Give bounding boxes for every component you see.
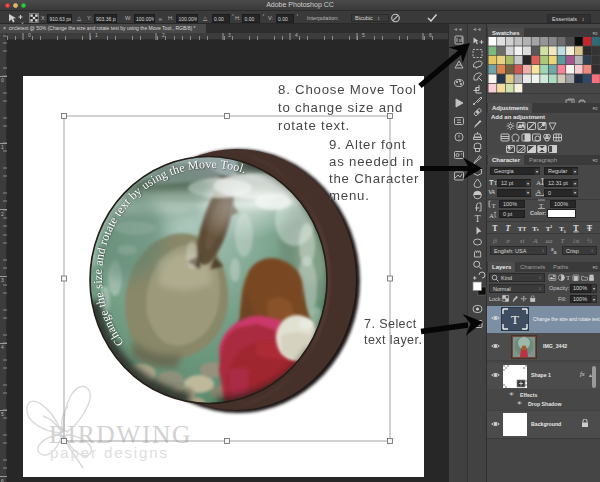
svg-text:T: T (492, 202, 497, 210)
svg-text:VA: VA (488, 188, 496, 196)
svg-text:1st: 1st (572, 238, 579, 244)
svg-text:paper designs: paper designs (50, 444, 169, 461)
svg-text:T1: T1 (559, 224, 566, 233)
svg-text:σ: σ (506, 237, 510, 245)
svg-text:A: A (489, 212, 494, 220)
svg-text:A: A (536, 179, 541, 187)
svg-text:fi: fi (493, 237, 497, 245)
svg-text:½: ½ (587, 237, 593, 245)
svg-text:T: T (506, 223, 512, 232)
svg-text:T: T (573, 223, 579, 232)
svg-text:T: T (511, 312, 519, 327)
svg-text:A: A (536, 188, 541, 196)
svg-text:T1: T1 (546, 223, 553, 232)
svg-text:T: T (566, 274, 571, 281)
svg-text:Tt: Tt (532, 224, 539, 232)
svg-text:T: T (587, 223, 593, 232)
svg-text:TT: TT (518, 224, 527, 232)
svg-text:A: A (532, 237, 538, 245)
svg-text:T: T (492, 223, 498, 232)
svg-text:aa: aa (546, 237, 554, 245)
svg-text:T: T (474, 213, 480, 224)
svg-text:st: st (520, 237, 526, 245)
svg-text:T: T (561, 237, 566, 245)
